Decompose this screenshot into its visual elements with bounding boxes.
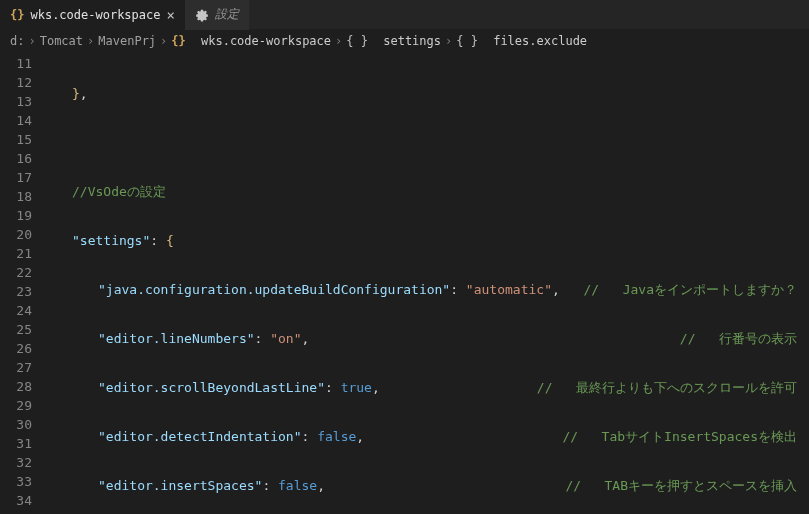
- code-line[interactable]: "editor.scrollBeyondLastLine": true,// 最…: [46, 378, 809, 397]
- chevron-right-icon: ›: [445, 34, 452, 48]
- chevron-right-icon: ›: [335, 34, 342, 48]
- crumb-text: MavenPrj: [98, 34, 156, 48]
- crumb-file[interactable]: {} wks.code-workspace: [171, 34, 331, 48]
- close-icon[interactable]: ×: [167, 8, 175, 22]
- chevron-right-icon: ›: [160, 34, 167, 48]
- crumb-text: files.exclude: [493, 34, 587, 48]
- code-line[interactable]: //VsOdeの設定: [46, 182, 809, 201]
- gear-icon: [195, 7, 209, 22]
- breadcrumb[interactable]: d: › Tomcat › MavenPrj › {} wks.code-wor…: [0, 30, 809, 52]
- chevron-right-icon: ›: [28, 34, 35, 48]
- braces-icon: { }: [456, 34, 478, 48]
- code-line[interactable]: "java.configuration.updateBuildConfigura…: [46, 280, 809, 299]
- code-line[interactable]: "editor.detectIndentation": false,// Tab…: [46, 427, 809, 446]
- tab-settings[interactable]: 設定: [185, 0, 249, 30]
- code-content[interactable]: }, //VsOdeの設定 "settings": { "java.config…: [46, 52, 809, 514]
- crumb-folder[interactable]: Tomcat: [40, 34, 83, 48]
- braces-icon: {}: [10, 8, 24, 22]
- editor-tabbar: {} wks.code-workspace × 設定: [0, 0, 809, 30]
- crumb-text: settings: [383, 34, 441, 48]
- crumb-symbol[interactable]: { } settings: [346, 34, 441, 48]
- braces-icon: {}: [171, 34, 185, 48]
- line-number-gutter: 111213 141516 171819 202122 232425 2627 …: [0, 52, 46, 514]
- code-line[interactable]: "settings": {: [46, 231, 809, 250]
- chevron-right-icon: ›: [87, 34, 94, 48]
- tab-workspace[interactable]: {} wks.code-workspace ×: [0, 0, 185, 30]
- crumb-drive[interactable]: d:: [10, 34, 24, 48]
- tab-label: wks.code-workspace: [30, 8, 160, 22]
- editor-area[interactable]: 111213 141516 171819 202122 232425 2627 …: [0, 52, 809, 514]
- crumb-text: d:: [10, 34, 24, 48]
- braces-icon: { }: [346, 34, 368, 48]
- code-line[interactable]: "editor.lineNumbers": "on",// 行番号の表示: [46, 329, 809, 348]
- code-line[interactable]: "editor.insertSpaces": false,// TABキーを押す…: [46, 476, 809, 495]
- crumb-text: Tomcat: [40, 34, 83, 48]
- crumb-text: wks.code-workspace: [201, 34, 331, 48]
- crumb-symbol[interactable]: { } files.exclude: [456, 34, 587, 48]
- tab-label: 設定: [215, 6, 239, 23]
- code-line[interactable]: [46, 133, 809, 152]
- code-line[interactable]: },: [46, 84, 809, 103]
- crumb-folder[interactable]: MavenPrj: [98, 34, 156, 48]
